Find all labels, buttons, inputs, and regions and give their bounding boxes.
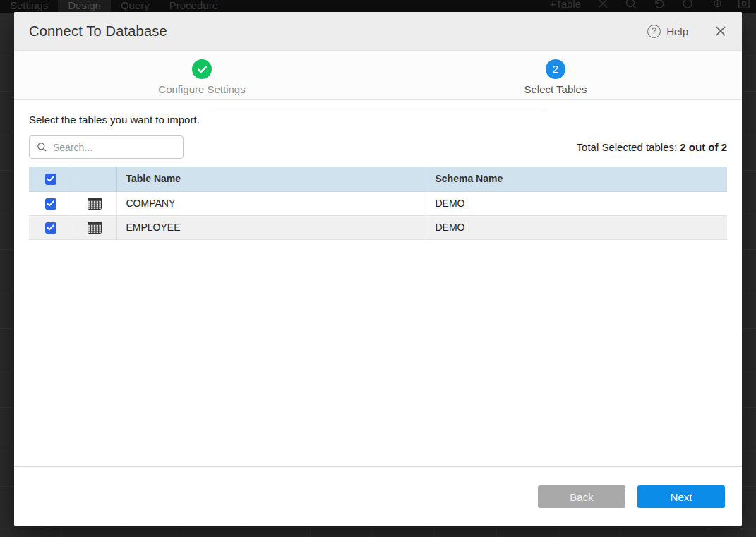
- row-checkbox[interactable]: [45, 222, 56, 234]
- modal-close-icon[interactable]: [714, 24, 728, 38]
- stepper: Configure Settings 2 Select Tables: [14, 51, 742, 100]
- total-selected-text: Total Selected tables: 2 out of 2: [577, 141, 727, 153]
- schema-name-column-header: Schema Name: [426, 167, 727, 191]
- db-table-icon: [88, 198, 102, 210]
- tables-grid: Table Name Schema Name COMPANY DEMO: [29, 167, 727, 240]
- table-row[interactable]: EMPLOYEE DEMO: [29, 215, 727, 239]
- help-icon: ?: [647, 25, 661, 38]
- table-name-cell: COMPANY: [116, 191, 426, 215]
- step-number-badge: 2: [546, 59, 565, 79]
- table-row[interactable]: COMPANY DEMO: [29, 191, 727, 215]
- refresh-icon[interactable]: [681, 0, 694, 10]
- instruction-text: Select the tables you want to import.: [29, 114, 727, 126]
- search-box: [29, 135, 184, 159]
- db-table-icon: [88, 222, 102, 234]
- schema-name-cell: DEMO: [426, 215, 727, 239]
- close-icon[interactable]: [596, 0, 609, 10]
- back-button[interactable]: Back: [538, 485, 625, 508]
- download-icon[interactable]: [709, 0, 722, 10]
- search-icon[interactable]: [625, 0, 637, 10]
- step-label: Select Tables: [485, 83, 626, 95]
- table-name-cell: EMPLOYEE: [116, 215, 426, 239]
- table-name-column-header: Table Name: [116, 167, 426, 191]
- step-configure-settings: Configure Settings: [131, 59, 272, 95]
- step-completed-check-icon: [192, 59, 212, 79]
- bg-tab-query[interactable]: Query: [111, 0, 160, 13]
- modal-header: Connect To Database ? Help: [14, 12, 742, 51]
- background-topbar: Settings Design Query Procedure +Table: [0, 0, 756, 13]
- undo-icon[interactable]: [653, 0, 666, 10]
- search-icon: [37, 142, 47, 152]
- icon-column-header: [73, 167, 116, 191]
- bg-tab-design[interactable]: Design: [58, 0, 111, 13]
- bg-tab-settings[interactable]: Settings: [0, 0, 58, 13]
- table-header-row: Table Name Schema Name: [29, 167, 727, 191]
- search-input[interactable]: [53, 142, 176, 153]
- help-label: Help: [666, 25, 688, 37]
- schema-name-cell: DEMO: [426, 191, 727, 215]
- modal-content: Select the tables you want to import. To…: [14, 100, 742, 466]
- modal-footer: Back Next: [14, 466, 742, 526]
- add-table-button[interactable]: +Table: [549, 0, 581, 10]
- row-checkbox[interactable]: [45, 198, 56, 210]
- step-label: Configure Settings: [131, 83, 272, 95]
- connect-db-modal: Connect To Database ? Help Configure Set…: [14, 12, 742, 526]
- step-select-tables: 2 Select Tables: [485, 59, 626, 95]
- total-selected-count: 2 out of 2: [680, 141, 727, 153]
- camera-icon[interactable]: [738, 0, 750, 10]
- help-button[interactable]: ? Help: [647, 25, 688, 38]
- modal-title: Connect To Database: [29, 23, 167, 40]
- next-button[interactable]: Next: [637, 485, 725, 508]
- select-all-checkbox[interactable]: [45, 174, 56, 185]
- bg-tab-procedure[interactable]: Procedure: [160, 0, 228, 13]
